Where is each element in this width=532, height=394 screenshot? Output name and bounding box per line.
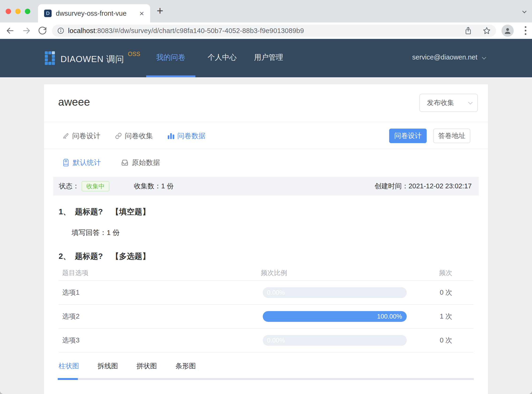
option-label: 选项2 bbox=[59, 312, 258, 321]
option-label: 选项3 bbox=[59, 336, 258, 345]
new-tab-button[interactable]: + bbox=[157, 5, 163, 16]
tab-close-icon[interactable]: × bbox=[139, 9, 144, 17]
question-type: 【多选题】 bbox=[112, 252, 150, 260]
question-type: 【填空题】 bbox=[112, 207, 150, 216]
created-time: 创建时间：2021-12-02 23:02:17 bbox=[375, 181, 472, 191]
publish-collect-select[interactable]: 发布收集 bbox=[419, 94, 478, 112]
tab-survey-data[interactable]: 问卷数据 bbox=[167, 131, 206, 141]
tab-label: 问卷设计 bbox=[72, 131, 100, 141]
browser-window: D dwsurvey-oss-front-vue × + localhost:8… bbox=[0, 0, 532, 394]
question-number: 2、 bbox=[59, 252, 71, 260]
tab-column-chart[interactable]: 柱状图 bbox=[59, 361, 79, 371]
status-label: 状态： bbox=[59, 181, 79, 191]
user-menu[interactable]: service@diaowen.net bbox=[412, 53, 485, 61]
chevron-down-icon bbox=[468, 100, 472, 104]
nav-active-underline bbox=[146, 75, 195, 77]
status-badge: 收集中 bbox=[82, 181, 109, 191]
column-header-option: 题目选项 bbox=[59, 269, 258, 277]
column-header-ratio: 频次比例 bbox=[258, 269, 420, 277]
frequency-bar: 0.00% bbox=[263, 335, 407, 346]
column-header-frequency: 频次 bbox=[420, 269, 473, 277]
link-icon bbox=[115, 132, 122, 139]
url-text: localhost:8083/#/dw/survey/d/chart/c98fa… bbox=[68, 27, 304, 35]
answer-url-button[interactable]: 答卷地址 bbox=[433, 129, 470, 143]
percent-label: 100.00% bbox=[377, 313, 402, 320]
frequency-bar: 0.00% bbox=[263, 287, 407, 298]
window-controls bbox=[6, 9, 30, 14]
browser-toolbar: localhost:8083/#/dw/survey/d/chart/c98fa… bbox=[0, 22, 532, 39]
tab-pie-chart[interactable]: 拼状图 bbox=[137, 361, 157, 371]
browser-profile-avatar[interactable] bbox=[501, 25, 514, 37]
back-button[interactable] bbox=[5, 26, 15, 36]
frequency-value: 0 次 bbox=[420, 336, 473, 345]
app-logo[interactable]: DIAOWEN 调问 OSS bbox=[45, 51, 140, 65]
tab-line-chart[interactable]: 拆线图 bbox=[98, 361, 118, 371]
tag-icon bbox=[62, 159, 69, 166]
page-info-icon[interactable] bbox=[57, 27, 64, 34]
divider bbox=[44, 149, 488, 149]
share-icon[interactable] bbox=[464, 26, 472, 35]
status-bar: 状态： 收集中 收集数：1 份 创建时间：2021-12-02 23:02:17 bbox=[53, 177, 479, 196]
survey-tab-bar: 问卷设计 问卷收集 问卷数据 bbox=[62, 129, 206, 142]
browser-menu-button[interactable] bbox=[525, 26, 526, 35]
chart-tabs-track bbox=[58, 378, 474, 380]
tab-survey-collect[interactable]: 问卷收集 bbox=[115, 131, 153, 141]
chart-tabs-active-indicator bbox=[58, 378, 78, 380]
option-label: 选项1 bbox=[59, 288, 258, 297]
back-arrow-icon bbox=[6, 26, 15, 35]
bookmark-star-icon[interactable] bbox=[483, 26, 491, 35]
survey-title: aweee bbox=[58, 96, 90, 108]
browser-tab[interactable]: D dwsurvey-oss-front-vue × bbox=[38, 4, 150, 22]
tab-search-chevron-icon[interactable] bbox=[523, 9, 526, 14]
tab-title: dwsurvey-oss-front-vue bbox=[56, 10, 137, 17]
frequency-value: 1 次 bbox=[420, 312, 473, 321]
tab-label: 问卷收集 bbox=[125, 131, 153, 141]
forward-button[interactable] bbox=[21, 26, 32, 36]
brand-name: DIAOWEN 调问 bbox=[60, 53, 124, 65]
question-2-heading: 2、题标题?【多选题】 bbox=[59, 251, 150, 262]
question-title: 题标题? bbox=[75, 252, 103, 260]
action-buttons: 问卷设计 答卷地址 bbox=[389, 129, 470, 143]
divider bbox=[44, 122, 488, 122]
frequency-value: 0 次 bbox=[420, 288, 473, 297]
window-zoom-button[interactable] bbox=[25, 9, 30, 14]
tab-default-stats[interactable]: 默认统计 bbox=[62, 158, 101, 167]
window-close-button[interactable] bbox=[6, 9, 11, 14]
frequency-bar: 100.00% bbox=[263, 311, 407, 322]
table-header: 题目选项 频次比例 频次 bbox=[59, 265, 473, 281]
tab-survey-design[interactable]: 问卷设计 bbox=[62, 131, 100, 141]
nav-item-my-surveys[interactable]: 我的问卷 bbox=[156, 52, 185, 62]
url-host: localhost bbox=[68, 27, 95, 34]
chevron-down-icon bbox=[482, 55, 486, 59]
question-number: 1、 bbox=[59, 207, 71, 216]
window-minimize-button[interactable] bbox=[15, 9, 21, 14]
nav-item-personal-center[interactable]: 个人中心 bbox=[207, 52, 237, 62]
question-title: 题标题? bbox=[75, 207, 103, 216]
nav-item-user-management[interactable]: 用户管理 bbox=[254, 52, 283, 62]
table-row: 选项1 0.00% 0 次 bbox=[59, 281, 473, 305]
forward-arrow-icon bbox=[22, 26, 31, 35]
reload-icon bbox=[38, 26, 47, 35]
bar-chart-icon bbox=[167, 132, 175, 139]
person-icon bbox=[504, 27, 512, 35]
question-1-heading: 1、题标题?【填空题】 bbox=[59, 207, 150, 217]
reload-button[interactable] bbox=[37, 26, 47, 36]
question-2-stats-table: 题目选项 频次比例 频次 选项1 0.00% 0 次 选项2 100.00% 1… bbox=[59, 265, 473, 353]
tab-bar-chart[interactable]: 条形图 bbox=[176, 361, 196, 371]
table-row: 选项3 0.00% 0 次 bbox=[59, 329, 473, 353]
percent-label: 0.00% bbox=[267, 289, 285, 296]
inbox-icon bbox=[121, 159, 128, 166]
survey-card: aweee 发布收集 问卷设计 问卷收集 问卷数据 bbox=[44, 84, 488, 394]
pencil-icon bbox=[62, 132, 69, 139]
tab-raw-data[interactable]: 原始数据 bbox=[121, 158, 160, 167]
collect-count: 收集数：1 份 bbox=[134, 181, 174, 191]
question-1-answer-count: 填写回答：1 份 bbox=[72, 228, 120, 238]
data-tab-bar: 默认统计 原始数据 bbox=[62, 156, 160, 169]
app-header: DIAOWEN 调问 OSS 我的问卷 个人中心 用户管理 service@di… bbox=[0, 39, 532, 77]
address-bar[interactable]: localhost:8083/#/dw/survey/d/chart/c98fa… bbox=[52, 25, 496, 37]
chart-type-tabs: 柱状图 拆线图 拼状图 条形图 bbox=[59, 361, 196, 371]
survey-design-button[interactable]: 问卷设计 bbox=[389, 129, 427, 143]
browser-tab-strip: D dwsurvey-oss-front-vue × + bbox=[0, 0, 532, 22]
brand-oss-badge: OSS bbox=[128, 51, 140, 57]
tab-favicon-icon: D bbox=[44, 10, 52, 17]
